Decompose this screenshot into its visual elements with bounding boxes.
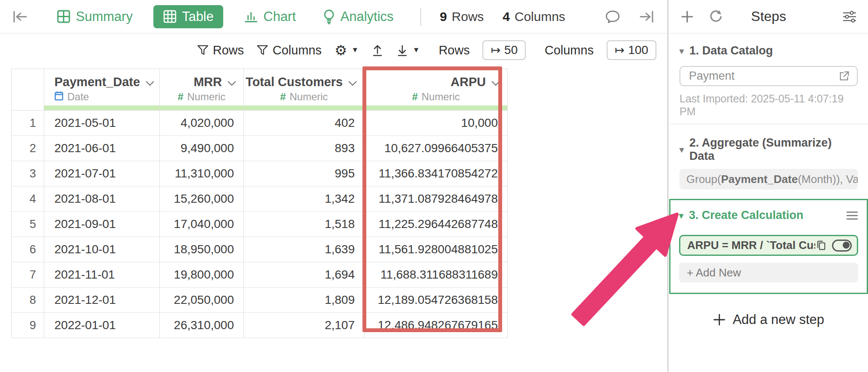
step3-card: ▾ 3. Create Calculation ARPU = MRR / `To… (669, 199, 868, 294)
table-cell[interactable]: 2021-10-01 (44, 237, 160, 262)
comment-icon[interactable] (605, 9, 620, 24)
funnel-icon (197, 44, 209, 56)
table-cell[interactable]: 12,189.054726368158 (365, 288, 508, 313)
step1-header[interactable]: ▾ 1. Data Catalog (679, 44, 858, 57)
table-cell[interactable]: 11,310,000 (160, 161, 244, 186)
column-header-payment-date[interactable]: Payment_Date Date (44, 69, 160, 110)
tab-table[interactable]: Table (153, 5, 223, 28)
aggregate-summary-pill[interactable]: Group(Payment_Date (Month)), Val… (679, 169, 858, 189)
add-new-step-button[interactable]: Add a new step (669, 312, 868, 327)
table-cell[interactable]: 2,107 (244, 313, 365, 338)
data-source-box[interactable]: Payment (679, 66, 858, 86)
table-row: 62021-10-0118,950,0001,63911,561.9280048… (11, 237, 508, 262)
table-cell[interactable]: 1,518 (244, 212, 365, 237)
add-new-label: + Add New (687, 266, 741, 279)
column-name: ARPU (451, 75, 486, 89)
steps-panel-title: Steps (669, 9, 868, 24)
table-cell[interactable]: 995 (244, 161, 365, 186)
toggle-on-icon[interactable] (832, 240, 852, 252)
table-cell[interactable]: 2021-07-01 (44, 161, 160, 186)
rows-limit-box[interactable]: ↦ 50 (482, 40, 526, 60)
table-cell[interactable]: 2021-08-01 (44, 186, 160, 212)
numeric-hash-icon: # (412, 91, 418, 103)
data-table: Payment_Date Date MRR #Numeric (11, 69, 508, 338)
row-count-label: Rows (452, 9, 484, 24)
table-cell[interactable]: 1,694 (244, 262, 365, 288)
column-highlight-strip (244, 105, 364, 110)
tab-chart[interactable]: Chart (238, 5, 302, 28)
download-dropdown-button[interactable]: ▼ (396, 44, 420, 57)
table-cell[interactable]: 10,627.09966405375 (365, 136, 508, 161)
table-row: 52021-09-0117,040,0001,51811,225.2964426… (11, 212, 508, 237)
table-row: 22021-06-019,490,00089310,627.0996640537… (11, 136, 508, 161)
table-cell[interactable]: 893 (244, 136, 365, 161)
column-name: MRR (194, 75, 222, 89)
table-cell[interactable]: 2021-12-01 (44, 288, 160, 313)
column-highlight-strip (160, 105, 243, 110)
table-cell[interactable]: 2021-06-01 (44, 136, 160, 161)
filter-rows-button[interactable]: Rows (197, 43, 244, 57)
table-cell[interactable]: 18,950,000 (160, 237, 244, 262)
table-cell[interactable]: 1,342 (244, 186, 365, 212)
upload-button[interactable] (371, 44, 383, 57)
column-header-mrr[interactable]: MRR #Numeric (160, 69, 244, 110)
add-new-calculation-button[interactable]: + Add New (679, 263, 858, 282)
table-body: 12021-05-014,020,00040210,00022021-06-01… (11, 111, 508, 338)
table-cell[interactable]: 11,225.296442687748 (365, 212, 508, 237)
table-cell[interactable]: 2021-05-01 (44, 111, 160, 136)
triangle-down-icon: ▾ (679, 210, 683, 221)
tab-analytics[interactable]: Analytics (317, 5, 400, 28)
filter-columns-label: Columns (272, 43, 321, 57)
sliders-icon[interactable] (842, 10, 857, 23)
table-cell[interactable]: 1,809 (244, 288, 365, 313)
table-cell[interactable]: 11,688.311688311689 (365, 262, 508, 288)
table-cell[interactable]: 2021-09-01 (44, 212, 160, 237)
row-number-header (11, 69, 44, 110)
filter-columns-button[interactable]: Columns (257, 43, 321, 57)
table-cell[interactable]: 2021-11-01 (44, 262, 160, 288)
column-header-total-customers[interactable]: Total Customers #Numeric (244, 69, 365, 110)
table-cell[interactable]: 15,260,000 (160, 186, 244, 212)
tab-label: Analytics (341, 9, 394, 24)
table-cell[interactable]: 11,561.928004881025 (365, 237, 508, 262)
table-cell[interactable]: 26,310,000 (160, 313, 244, 338)
table-cell[interactable]: 1,639 (244, 237, 365, 262)
table-cell[interactable]: 19,800,000 (160, 262, 244, 288)
calculation-formula-pill[interactable]: ARPU = MRR / `Total Cust… (679, 235, 858, 256)
table-cell[interactable]: 11,371.087928464978 (365, 186, 508, 212)
lightbulb-icon (323, 9, 335, 24)
table-row: 42021-08-0115,260,0001,34211,371.0879284… (11, 186, 508, 212)
tab-summary[interactable]: Summary (51, 5, 139, 28)
column-name: Total Customers (245, 75, 343, 89)
columns-limit-value: 100 (628, 43, 648, 57)
settings-dropdown-button[interactable]: ⚙ ▼ (335, 43, 359, 57)
copy-icon[interactable] (815, 240, 827, 251)
step3-header[interactable]: ▾ 3. Create Calculation (679, 209, 858, 222)
table-cell[interactable]: 17,040,000 (160, 212, 244, 237)
collapse-right-icon[interactable] (638, 10, 655, 24)
columns-limit-box[interactable]: ↦ 100 (607, 40, 656, 60)
table-cell[interactable]: 402 (244, 111, 365, 136)
columns-limit-label: Columns (545, 43, 593, 57)
column-type: Numeric (290, 91, 328, 103)
step2-header[interactable]: ▾ 2. Aggregate (Summarize) Data (679, 136, 858, 163)
external-link-icon[interactable] (838, 70, 850, 82)
table-cell[interactable]: 11,366.834170854272 (365, 161, 508, 186)
table-cell[interactable]: 9,490,000 (160, 136, 244, 161)
summary-suffix: (Month)), Val… (798, 173, 858, 186)
table-header: Payment_Date Date MRR #Numeric (11, 69, 508, 111)
upload-icon (371, 44, 383, 57)
row-number-cell: 3 (11, 161, 44, 186)
menu-icon[interactable] (846, 211, 858, 220)
plus-icon (713, 313, 726, 326)
collapse-left-icon[interactable] (12, 10, 28, 24)
table-cell[interactable]: 4,020,000 (160, 111, 244, 136)
column-header-arpu[interactable]: ARPU #Numeric (365, 69, 508, 110)
table-cell[interactable]: 10,000 (365, 111, 508, 136)
table-cell[interactable]: 22,050,000 (160, 288, 244, 313)
summary-group-column: Payment_Date (721, 173, 798, 186)
tab-label: Table (182, 9, 214, 24)
maps-to-icon: ↦ (491, 43, 500, 57)
table-cell[interactable]: 12,486.948267679165 (365, 313, 508, 338)
table-cell[interactable]: 2022-01-01 (44, 313, 160, 338)
